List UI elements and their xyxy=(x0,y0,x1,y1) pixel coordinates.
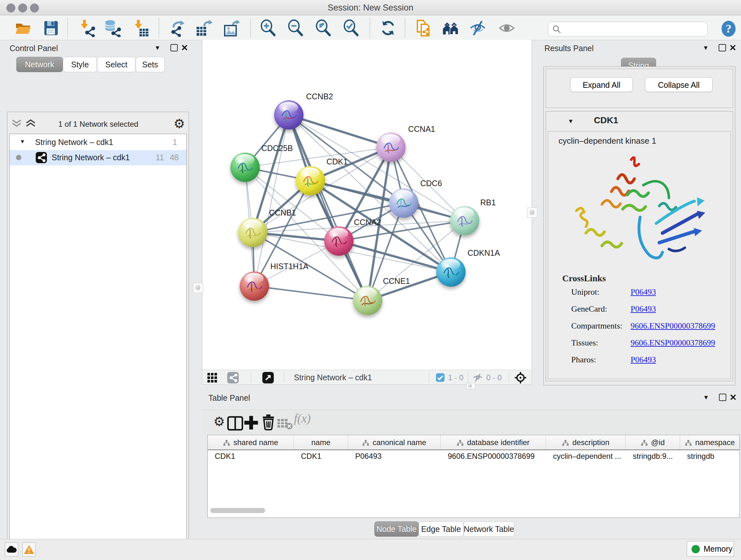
save-session-icon[interactable] xyxy=(42,19,60,37)
left-splitter-handle[interactable] xyxy=(193,283,203,293)
column-header-description[interactable]: description xyxy=(546,435,626,449)
node-RB1[interactable] xyxy=(450,206,479,235)
node-HIST1H1A[interactable] xyxy=(240,271,269,301)
export-network-icon[interactable] xyxy=(169,19,186,37)
crosslink-value-link[interactable]: 9606.ENSP00000378699 xyxy=(630,338,715,348)
toolbar-separator xyxy=(250,18,251,38)
node-CDK1[interactable] xyxy=(296,166,325,195)
import-network-file-icon[interactable] xyxy=(78,19,96,37)
bottom-splitter-handle[interactable] xyxy=(466,383,475,389)
search-input[interactable] xyxy=(565,23,703,35)
results-panel-menu-icon[interactable]: ▼ xyxy=(703,44,709,51)
function-builder-icon: f(x) xyxy=(294,411,323,428)
cloud-status-icon[interactable] xyxy=(5,543,18,557)
open-in-new-window-icon[interactable] xyxy=(262,372,274,383)
memory-button[interactable]: Memory xyxy=(687,541,734,557)
zoom-in-icon[interactable] xyxy=(259,19,277,37)
table-cell[interactable]: P06493 xyxy=(348,450,441,462)
crosslink-label: Uniprot: xyxy=(571,287,599,297)
table-options-gear-icon[interactable]: ⚙ xyxy=(211,413,227,430)
grid-view-icon[interactable] xyxy=(207,373,217,382)
table-panel-menu-icon[interactable]: ▼ xyxy=(703,394,709,401)
table-cell[interactable]: stringdb:9... xyxy=(626,450,680,462)
import-network-database-icon[interactable] xyxy=(104,19,122,37)
network-share-view-icon[interactable] xyxy=(227,372,239,383)
export-image-icon[interactable] xyxy=(222,19,240,37)
selected-count: 1 - 0 xyxy=(448,373,463,382)
column-header-namespace[interactable]: namespace xyxy=(680,435,740,449)
table-panel-close-icon[interactable]: ✕ xyxy=(730,393,737,402)
crosslink-value-link[interactable]: P06493 xyxy=(630,355,656,365)
right-splitter-handle[interactable] xyxy=(527,207,537,218)
help-icon[interactable]: ? xyxy=(720,20,738,38)
node-CDC25B[interactable] xyxy=(230,152,260,182)
refresh-icon[interactable] xyxy=(379,19,397,37)
network-canvas[interactable]: CCNB2 CCNA1 CDC25B CDK1 CDC6 RB1 CCNB1 xyxy=(202,40,532,370)
table-cell[interactable]: CDK1 xyxy=(208,450,294,462)
node-CDC6[interactable] xyxy=(389,188,418,218)
first-neighbors-icon[interactable] xyxy=(442,19,460,37)
node-CCNA2[interactable] xyxy=(324,226,354,256)
node-label-CDC25B: CDC25B xyxy=(261,144,293,153)
birds-eye-view-icon[interactable] xyxy=(514,371,527,384)
network-options-gear-icon[interactable]: ⚙ xyxy=(172,115,187,132)
expand-all-button[interactable]: Expand All xyxy=(570,77,633,92)
column-header-shared-name[interactable]: shared name xyxy=(208,435,294,449)
control-panel-close-icon[interactable]: ✕ xyxy=(181,44,188,52)
tab-style[interactable]: Style xyxy=(63,57,97,72)
tree-expander-icon[interactable]: ▼ xyxy=(20,138,25,145)
cdk1-collapse-icon[interactable]: ▼ xyxy=(568,118,574,125)
main-toolbar: ? xyxy=(0,15,741,40)
table-panel-title: Table Panel xyxy=(208,393,250,402)
results-panel-float-icon[interactable] xyxy=(719,44,726,51)
show-all-eye-icon[interactable] xyxy=(498,19,516,37)
control-panel-float-icon[interactable] xyxy=(171,44,178,51)
show-columns-icon[interactable] xyxy=(227,415,244,432)
column-header--id[interactable]: @id xyxy=(626,435,680,449)
export-table-icon[interactable] xyxy=(195,19,212,37)
crosslink-value-link[interactable]: P06493 xyxy=(630,304,656,314)
zoom-out-icon[interactable] xyxy=(286,19,305,37)
node-CCNB1[interactable] xyxy=(238,218,267,247)
cdk1-entry-title: CDK1 xyxy=(594,115,618,125)
table-cell[interactable]: cyclin–dependent ... xyxy=(546,450,626,462)
node-CCNE1[interactable] xyxy=(353,286,382,315)
crosslink-value-link[interactable]: P06493 xyxy=(630,287,656,297)
tab-sets[interactable]: Sets xyxy=(136,57,165,72)
import-table-file-icon[interactable] xyxy=(132,19,150,37)
hide-selected-eye-icon[interactable] xyxy=(469,19,487,37)
selected-nodes-checkbox-icon[interactable] xyxy=(436,373,445,382)
column-header-name[interactable]: name xyxy=(294,435,348,449)
tab-network-table[interactable]: Network Table xyxy=(463,521,515,537)
table-cell[interactable]: CDK1 xyxy=(294,450,348,462)
node-CDKN1A[interactable] xyxy=(436,257,466,287)
collapse-all-button[interactable]: Collapse All xyxy=(645,77,713,92)
control-panel-menu-icon[interactable]: ▼ xyxy=(154,44,160,51)
horizontal-scrollbar[interactable] xyxy=(210,508,265,513)
table-cell[interactable]: 9606.ENSP00000378699 xyxy=(441,450,546,462)
warning-status-icon[interactable] xyxy=(22,543,36,557)
node-structure-thumbnail xyxy=(376,132,406,162)
delete-column-icon[interactable] xyxy=(260,414,277,430)
zoom-fit-icon[interactable] xyxy=(314,19,332,37)
add-column-icon[interactable] xyxy=(243,415,259,431)
tab-edge-table[interactable]: Edge Table xyxy=(419,521,463,537)
open-session-icon[interactable] xyxy=(14,19,32,37)
zoom-selected-icon[interactable] xyxy=(342,19,360,37)
search-box xyxy=(548,22,708,37)
tab-network[interactable]: Network xyxy=(16,57,63,72)
column-header-canonical-name[interactable]: canonical name xyxy=(348,435,441,449)
crosslink-value-link[interactable]: 9606.ENSP00000378699 xyxy=(630,321,715,331)
table-cell[interactable]: stringdb xyxy=(680,450,740,462)
copy-network-icon[interactable] xyxy=(414,19,432,37)
network-row-selected[interactable]: String Network – cdk1 11 48 xyxy=(10,150,186,165)
table-row[interactable]: CDK1CDK1P064939606.ENSP00000378699cyclin… xyxy=(208,450,739,462)
network-collection-row[interactable]: ▼ String Network – cdk1 1 xyxy=(10,135,186,150)
node-CCNB2[interactable] xyxy=(274,100,304,130)
table-panel-float-icon[interactable] xyxy=(719,394,726,401)
node-CCNA1[interactable] xyxy=(376,132,406,162)
tab-node-table[interactable]: Node Table xyxy=(374,521,419,537)
tab-select[interactable]: Select xyxy=(97,57,136,72)
column-header-database-identifier[interactable]: database identifier xyxy=(441,435,546,449)
results-panel-close-icon[interactable]: ✕ xyxy=(729,44,737,52)
